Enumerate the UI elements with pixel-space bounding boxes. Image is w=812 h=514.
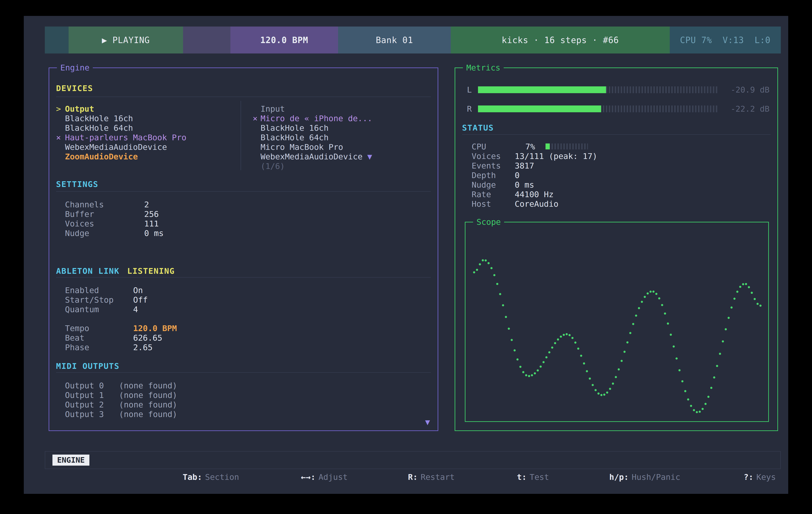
mode-badge: ENGINE [53, 455, 89, 465]
hint-hush-panic: h/p:Hush/Panic [580, 452, 680, 468]
dropdown-more-icon[interactable]: ▼ [367, 152, 372, 161]
input-device-item[interactable]: Micro MacBook Pro [261, 142, 343, 152]
meter-r-fill [478, 105, 601, 112]
midi-output-value: (none found) [119, 400, 177, 410]
midi-output-label: Output 1 [65, 390, 104, 400]
link-label: Start/Stop [65, 295, 114, 305]
setting-label: Nudge [65, 228, 89, 238]
setting-value[interactable]: 111 [144, 219, 159, 229]
input-device-item[interactable]: BlackHole 64ch [261, 133, 328, 142]
status-value: 0 ms [515, 180, 534, 190]
scroll-down-icon[interactable]: ▼ [425, 417, 430, 427]
status-label: Nudge [472, 180, 496, 190]
bpm-label: 120.0 BPM [260, 35, 308, 45]
midi-output-value: (none found) [119, 390, 177, 400]
input-device-item-label: WebexMediaAudioDevice [261, 152, 362, 161]
transport-status-segment[interactable]: ▶ PLAYING [68, 27, 183, 54]
bank-segment[interactable]: Bank 01 [338, 27, 451, 54]
meter-r-value: -22.2 dB [731, 104, 770, 114]
setting-label: Buffer [65, 209, 94, 219]
bank-label: Bank 01 [376, 35, 413, 45]
scope-dots-svg [470, 226, 764, 417]
input-device-item[interactable]: WebexMediaAudioDevice▼ [261, 152, 372, 161]
link-listening-badge: LISTENING [127, 266, 175, 276]
status-value: 44100 Hz [515, 189, 554, 199]
status-label: Events [472, 161, 501, 171]
output-device-item-selected[interactable]: Haut-parleurs MacBook Pro [65, 133, 186, 142]
tempo-value[interactable]: 120.0 BPM [133, 324, 177, 333]
divider [56, 96, 431, 97]
system-stats-label: CPU 7% V:13 L:0 [680, 35, 771, 45]
metrics-panel-title: Metrics [463, 62, 504, 73]
setting-label: Channels [65, 200, 104, 209]
input-device-item-selected[interactable]: Micro de « iPhone de... [261, 114, 372, 123]
status-label: CPU [472, 142, 486, 152]
topbar-left-cap [45, 27, 68, 54]
pattern-segment[interactable]: kicks · 16 steps · #66 [451, 27, 670, 54]
output-device-item-highlight[interactable]: ZoomAudioDevice [65, 152, 138, 161]
meter-l-fill [478, 86, 606, 93]
link-value[interactable]: Off [133, 295, 148, 305]
hint-adjust: ←→:Adjust [272, 452, 348, 468]
selected-device-x-icon: × [56, 133, 61, 142]
input-device-item[interactable]: BlackHole 16ch [261, 123, 328, 133]
hint-key: h/p: [609, 473, 629, 482]
link-label: Enabled [65, 285, 99, 295]
output-column-header[interactable]: Output [65, 104, 94, 114]
pattern-label: kicks · 16 steps · #66 [502, 35, 619, 45]
setting-value[interactable]: 0 ms [144, 228, 164, 238]
phase-label: Phase [65, 342, 89, 352]
status-label: Host [472, 199, 491, 209]
output-device-item[interactable]: WebexMediaAudioDevice [65, 142, 167, 152]
settings-header: SETTINGS [56, 179, 98, 189]
divider [56, 372, 431, 373]
transport-status-label: ▶ PLAYING [102, 35, 150, 45]
midi-output-label: Output 3 [65, 410, 104, 419]
metrics-panel: Metrics L -20.9 dB R -22.2 dB STATUS CPU… [455, 67, 778, 431]
devices-header: DEVICES [56, 83, 93, 93]
setting-value[interactable]: 256 [144, 209, 159, 219]
phase-value: 2.65 [133, 342, 153, 352]
input-pager: (1/6) [261, 161, 285, 171]
meter-r-label: R [467, 104, 472, 114]
hint-test: t:Test [488, 452, 549, 468]
tempo-label: Tempo [65, 324, 89, 333]
output-device-item[interactable]: BlackHole 16ch [65, 114, 133, 123]
selected-device-x-icon: × [253, 114, 258, 123]
beat-label: Beat [65, 333, 85, 343]
status-label: Depth [472, 171, 496, 180]
transport-bar: ▶ PLAYING 120.0 BPM Bank 01 kicks · 16 s… [45, 27, 781, 54]
engine-panel: Engine DEVICES > Output BlackHole 16ch B… [49, 67, 438, 431]
output-device-item[interactable]: BlackHole 64ch [65, 123, 133, 133]
app-window: ▶ PLAYING 120.0 BPM Bank 01 kicks · 16 s… [24, 16, 788, 494]
bpm-segment[interactable]: 120.0 BPM [230, 27, 338, 54]
hint-restart: R:Restart [379, 452, 455, 468]
midi-output-label: Output 0 [65, 381, 104, 391]
hint-label: Restart [420, 473, 455, 482]
meter-l-value: -20.9 dB [731, 85, 770, 95]
status-header: STATUS [462, 123, 494, 133]
cpu-mini-bar-track [546, 144, 588, 149]
midi-output-value: (none found) [119, 410, 177, 419]
divider [56, 191, 431, 192]
divider [462, 134, 771, 135]
hint-label: Keys [756, 473, 776, 482]
status-value-cpu: 7% [525, 142, 535, 152]
link-value[interactable]: On [133, 285, 143, 295]
status-value: 0 [515, 171, 520, 180]
status-label: Rate [472, 189, 491, 199]
scope-title: Scope [473, 216, 504, 228]
link-value[interactable]: 4 [133, 305, 138, 314]
meter-r-track [478, 105, 718, 112]
link-label: Quantum [65, 305, 99, 314]
status-value: CoreAudio [515, 199, 558, 209]
scope-panel: Scope [465, 222, 769, 422]
midi-outputs-header: MIDI OUTPUTS [56, 361, 120, 371]
column-divider [240, 101, 241, 170]
meter-l-track [478, 86, 718, 93]
status-value: 13/111 (peak: 17) [515, 151, 597, 161]
input-column-header[interactable]: Input [261, 104, 285, 114]
setting-value[interactable]: 2 [144, 200, 149, 209]
selection-cursor-icon: > [56, 104, 61, 114]
hint-label: Adjust [319, 473, 348, 482]
